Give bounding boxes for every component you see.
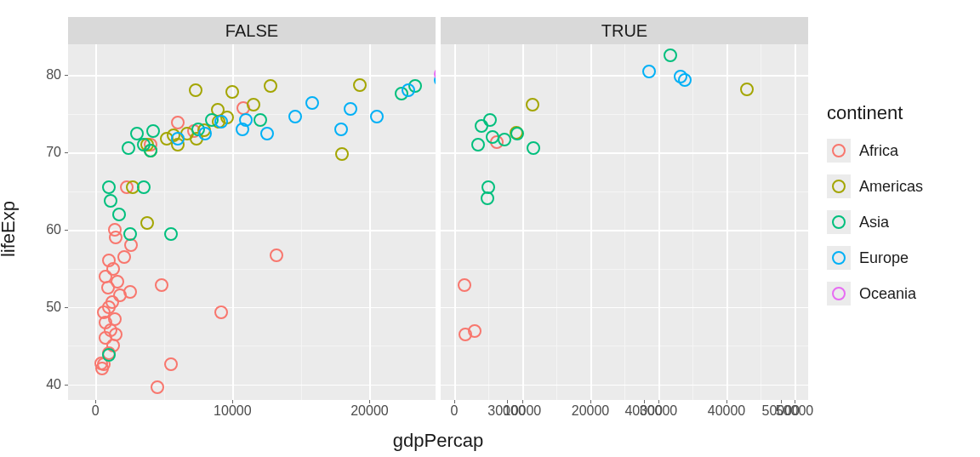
legend-item: Americas bbox=[827, 169, 971, 204]
data-point bbox=[171, 132, 185, 146]
facet-panel: TRUE01000020000300004000050000 bbox=[441, 17, 808, 400]
data-point bbox=[146, 124, 160, 138]
data-point bbox=[402, 83, 415, 97]
legend-item: Oceania bbox=[827, 276, 971, 311]
legend-label: Asia bbox=[859, 214, 889, 231]
data-point bbox=[164, 227, 178, 241]
data-point bbox=[353, 78, 367, 92]
x-tick-label: 20000 bbox=[350, 403, 389, 419]
legend-label: Africa bbox=[859, 142, 898, 160]
data-point bbox=[335, 147, 349, 161]
plot-area bbox=[441, 44, 808, 400]
data-point bbox=[344, 102, 357, 116]
y-tick-label: 50 bbox=[46, 300, 61, 315]
data-point bbox=[123, 285, 137, 299]
data-point bbox=[108, 223, 122, 237]
data-point bbox=[140, 216, 154, 230]
data-point bbox=[155, 278, 168, 292]
data-point bbox=[270, 248, 283, 262]
legend-circle-icon bbox=[832, 215, 846, 229]
data-point bbox=[527, 141, 540, 155]
data-point bbox=[475, 119, 488, 133]
data-point bbox=[254, 113, 267, 127]
data-point bbox=[264, 79, 277, 93]
data-point bbox=[247, 98, 260, 111]
data-point bbox=[171, 116, 185, 129]
legend-circle-icon bbox=[832, 180, 846, 193]
data-point bbox=[288, 110, 302, 123]
legend-circle-icon bbox=[832, 144, 846, 157]
data-point bbox=[239, 113, 253, 127]
data-point bbox=[471, 138, 485, 151]
data-point bbox=[481, 180, 495, 194]
data-point bbox=[214, 115, 228, 129]
data-point bbox=[370, 110, 384, 123]
y-tick-label: 40 bbox=[46, 377, 61, 392]
legend-circle-icon bbox=[832, 251, 846, 265]
data-point bbox=[164, 357, 178, 371]
legend-key bbox=[827, 210, 851, 234]
data-point bbox=[214, 306, 228, 319]
legend-item: Africa bbox=[827, 133, 971, 169]
data-point bbox=[740, 83, 754, 96]
legend-label: Oceania bbox=[859, 285, 916, 303]
x-tick-label: 20000 bbox=[572, 403, 610, 419]
data-point bbox=[111, 275, 124, 288]
legend-label: Europe bbox=[859, 249, 909, 267]
legend: continent AfricaAmericasAsiaEuropeOceani… bbox=[827, 102, 971, 311]
legend-key bbox=[827, 139, 851, 163]
data-point bbox=[260, 127, 274, 140]
facet-strip-label: FALSE bbox=[68, 17, 436, 44]
legend-label: Americas bbox=[859, 178, 923, 196]
data-point bbox=[102, 348, 116, 362]
x-tick-label: 0 bbox=[92, 403, 100, 419]
legend-key bbox=[827, 282, 851, 306]
data-point bbox=[664, 49, 677, 62]
x-tick-label: 40000 bbox=[708, 403, 746, 419]
data-point bbox=[510, 127, 524, 140]
data-point bbox=[678, 73, 692, 87]
y-tick-label: 80 bbox=[46, 67, 61, 83]
x-axis-label: gdpPercap bbox=[393, 430, 483, 452]
data-point bbox=[468, 324, 481, 338]
y-tick-label: 60 bbox=[46, 222, 61, 237]
data-point bbox=[642, 65, 656, 78]
y-axis-label: lifeExp bbox=[0, 200, 20, 256]
plot-area bbox=[68, 44, 436, 400]
data-point bbox=[117, 250, 131, 264]
x-tick-label: 0 bbox=[451, 403, 459, 419]
data-point bbox=[486, 130, 499, 144]
x-tick-label: 10000 bbox=[504, 403, 542, 419]
data-point bbox=[151, 380, 164, 394]
data-point bbox=[102, 180, 116, 194]
data-point bbox=[104, 194, 117, 208]
data-point bbox=[334, 123, 348, 136]
facet-panel: FALSE01000020000300004000050000405060708… bbox=[68, 17, 436, 400]
legend-title: continent bbox=[827, 102, 971, 124]
data-point bbox=[123, 227, 137, 241]
data-point bbox=[305, 96, 319, 110]
legend-circle-icon bbox=[832, 287, 846, 300]
data-point bbox=[112, 208, 126, 221]
data-point bbox=[189, 83, 202, 97]
y-tick-label: 70 bbox=[46, 145, 61, 160]
data-point bbox=[130, 127, 144, 140]
legend-key bbox=[827, 246, 851, 270]
data-point bbox=[122, 141, 135, 155]
data-point bbox=[124, 238, 138, 252]
x-tick-label: 50000 bbox=[776, 403, 814, 419]
data-point bbox=[526, 98, 539, 111]
data-point bbox=[225, 85, 239, 99]
x-tick-label: 10000 bbox=[214, 403, 252, 419]
data-point bbox=[458, 278, 471, 292]
data-point bbox=[137, 180, 151, 194]
chart-root: lifeExp FALSE010000200003000040000500004… bbox=[0, 0, 980, 457]
data-point bbox=[102, 254, 116, 267]
data-point bbox=[198, 127, 212, 140]
facet-strip-label: TRUE bbox=[441, 17, 808, 44]
x-tick-label: 30000 bbox=[640, 403, 678, 419]
facet-panels: FALSE01000020000300004000050000405060708… bbox=[68, 17, 808, 400]
legend-key bbox=[827, 174, 851, 198]
legend-item: Asia bbox=[827, 204, 971, 240]
legend-item: Europe bbox=[827, 240, 971, 276]
